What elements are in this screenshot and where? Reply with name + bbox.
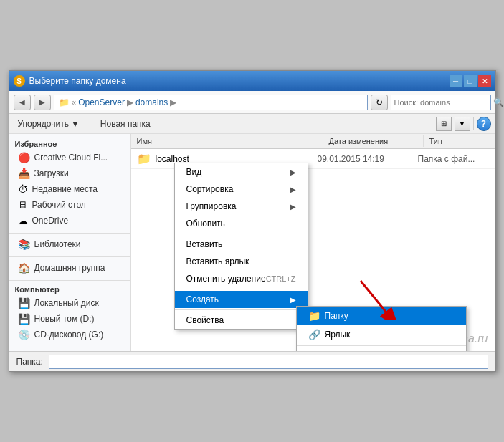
ctx-item-paste[interactable]: Вставить bbox=[175, 236, 308, 253]
forward-button[interactable]: ▶ bbox=[34, 95, 51, 110]
onedrive-icon: ☁ bbox=[18, 215, 28, 226]
ctx-item-refresh[interactable]: Обновить bbox=[175, 215, 308, 232]
sub-item-folder-label: Папку bbox=[325, 311, 348, 321]
view-button[interactable]: ⊞ bbox=[436, 117, 452, 131]
ctx-separator-3 bbox=[175, 309, 308, 310]
sidebar-item-downloads[interactable]: 📥 Загрузки bbox=[9, 165, 130, 181]
libraries-icon: 📚 bbox=[18, 239, 30, 250]
ctx-item-paste-shortcut[interactable]: Вставить ярлык bbox=[175, 253, 308, 270]
forward-icon: ▶ bbox=[39, 98, 45, 106]
title-bar: S Выберите папку домена ─ □ ✕ bbox=[9, 71, 495, 91]
toolbar-separator-2 bbox=[473, 117, 474, 130]
cd-drive-label: CD-дисковод (G:) bbox=[34, 330, 104, 340]
help-button[interactable]: ? bbox=[477, 117, 491, 131]
recent-label: Недавние места bbox=[32, 184, 98, 194]
window-title: Выберите папку домена bbox=[29, 76, 450, 86]
creative-cloud-label: Creative Cloud Fi... bbox=[34, 153, 108, 163]
sidebar-item-libraries[interactable]: 📚 Библиотеки bbox=[9, 236, 130, 252]
ctx-item-undo[interactable]: Отменить удаление CTRL+Z bbox=[175, 270, 308, 287]
organize-button[interactable]: Упорядочить ▼ bbox=[14, 117, 84, 130]
toolbar-right: ⊞ ▼ ? bbox=[436, 117, 491, 131]
sidebar-divider-2 bbox=[9, 256, 130, 257]
ctx-item-group[interactable]: Группировка ▶ bbox=[175, 198, 308, 215]
sidebar: Избранное 🔴 Creative Cloud Fi... 📥 Загру… bbox=[9, 134, 131, 351]
search-box[interactable]: 🔍 bbox=[391, 95, 491, 110]
refresh-button[interactable]: ↻ bbox=[371, 95, 388, 110]
computer-header: Компьютер bbox=[9, 284, 130, 295]
folder-icon: 📁 bbox=[59, 97, 70, 107]
ctx-item-create[interactable]: Создать ▶ bbox=[175, 291, 308, 308]
sub-item-contact[interactable]: 👤 Контакт bbox=[297, 347, 467, 351]
maximize-button[interactable]: □ bbox=[464, 75, 477, 87]
column-type[interactable]: Тип bbox=[424, 135, 495, 147]
ctx-item-sort[interactable]: Сортировка ▶ bbox=[175, 181, 308, 198]
sub-item-shortcut[interactable]: 🔗 Ярлык bbox=[297, 325, 467, 344]
new-folder-label: Новая папка bbox=[100, 119, 151, 129]
folder-label: Папка: bbox=[16, 357, 43, 367]
submenu: 📁 Папку 🔗 Ярлык 👤 Контакт W Документ Mic… bbox=[296, 306, 467, 351]
local-disk-icon: 💾 bbox=[18, 297, 30, 309]
computer-section: Компьютер 💾 Локальный диск 💾 Новый том (… bbox=[9, 284, 130, 342]
homegroup-icon: 🏠 bbox=[18, 262, 30, 274]
path-part-openserver[interactable]: OpenServer bbox=[78, 97, 125, 107]
ctx-separator-1 bbox=[175, 234, 308, 234]
new-folder-button[interactable]: Новая папка bbox=[96, 117, 155, 130]
toolbar: Упорядочить ▼ Новая папка ⊞ ▼ ? bbox=[9, 114, 495, 134]
onedrive-label: OneDrive bbox=[32, 216, 69, 226]
address-path[interactable]: 📁 « OpenServer ▶ domains ▶ bbox=[54, 95, 368, 110]
ctx-item-view[interactable]: Вид ▶ bbox=[175, 163, 308, 181]
sidebar-item-desktop[interactable]: 🖥 Рабочий стол bbox=[9, 197, 130, 213]
sidebar-item-homegroup[interactable]: 🏠 Домашняя группа bbox=[9, 260, 130, 276]
title-bar-buttons: ─ □ ✕ bbox=[450, 75, 491, 87]
ctx-separator-2 bbox=[175, 289, 308, 289]
cd-drive-icon: 💿 bbox=[18, 329, 30, 340]
libraries-section: 📚 Библиотеки bbox=[9, 236, 130, 252]
toolbar-separator bbox=[90, 117, 90, 130]
ctx-arrow-icon: ▶ bbox=[290, 168, 296, 176]
file-date: 09.01.2015 14:19 bbox=[318, 154, 418, 164]
volume-d-label: Новый том (D:) bbox=[34, 314, 95, 324]
file-list-header: Имя Дата изменения Тип bbox=[131, 134, 495, 149]
desktop-icon: 🖥 bbox=[18, 199, 28, 211]
folder-input[interactable] bbox=[49, 355, 488, 369]
local-disk-label: Локальный диск bbox=[34, 298, 99, 308]
close-button[interactable]: ✕ bbox=[478, 75, 491, 87]
minimize-button[interactable]: ─ bbox=[450, 75, 462, 87]
libraries-label: Библиотеки bbox=[34, 239, 81, 249]
back-icon: ◀ bbox=[19, 98, 25, 106]
sidebar-item-volume-d[interactable]: 💾 Новый том (D:) bbox=[9, 311, 130, 327]
ctx-item-properties[interactable]: Свойства bbox=[175, 312, 308, 329]
sidebar-item-cd-drive[interactable]: 💿 CD-дисковод (G:) bbox=[9, 327, 130, 342]
app-icon: S bbox=[14, 75, 25, 87]
file-area: Имя Дата изменения Тип 📁 localhost 09.01… bbox=[131, 134, 495, 351]
sub-item-folder[interactable]: 📁 Папку bbox=[297, 307, 467, 325]
sidebar-item-recent[interactable]: ⏱ Недавние места bbox=[9, 181, 130, 197]
desktop-label: Рабочий стол bbox=[32, 200, 86, 210]
folder-icon: 📁 bbox=[308, 310, 320, 322]
bottom-bar: Папка: bbox=[9, 351, 495, 371]
context-menu: Вид ▶ Сортировка ▶ Группировка ▶ Обновит… bbox=[174, 163, 308, 330]
dialog-window: S Выберите папку домена ─ □ ✕ ◀ ▶ 📁 « Op… bbox=[9, 70, 496, 372]
downloads-icon: 📥 bbox=[18, 168, 30, 179]
back-button[interactable]: ◀ bbox=[14, 95, 31, 110]
sub-separator-1 bbox=[297, 345, 467, 346]
homegroup-label: Домашняя группа bbox=[34, 263, 105, 273]
view-arrow-button[interactable]: ▼ bbox=[455, 117, 470, 131]
sub-item-shortcut-label: Ярлык bbox=[325, 330, 351, 340]
search-input[interactable] bbox=[394, 98, 493, 107]
column-date[interactable]: Дата изменения bbox=[323, 135, 424, 147]
creative-cloud-icon: 🔴 bbox=[18, 152, 30, 163]
sidebar-item-onedrive[interactable]: ☁ OneDrive bbox=[9, 213, 130, 229]
file-type: Папка с фай... bbox=[418, 154, 490, 164]
sidebar-item-local-disk[interactable]: 💾 Локальный диск bbox=[9, 295, 130, 311]
ctx-arrow-icon: ▶ bbox=[290, 186, 296, 193]
file-icon: 📁 bbox=[137, 152, 151, 165]
sidebar-divider-1 bbox=[9, 233, 130, 234]
favorites-header: Избранное bbox=[9, 138, 130, 150]
path-part-domains[interactable]: domains bbox=[135, 97, 168, 107]
organize-label: Упорядочить bbox=[18, 119, 69, 129]
ctx-arrow-icon: ▶ bbox=[290, 203, 296, 211]
column-name[interactable]: Имя bbox=[131, 135, 323, 147]
shortcut-icon: 🔗 bbox=[308, 329, 320, 340]
sidebar-item-creative-cloud[interactable]: 🔴 Creative Cloud Fi... bbox=[9, 150, 130, 165]
